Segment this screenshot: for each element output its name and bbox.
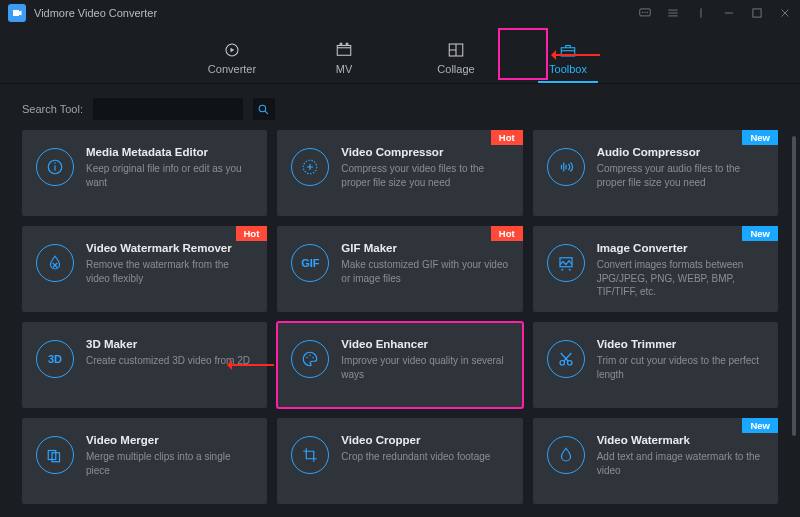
search-button[interactable] <box>253 98 275 120</box>
tool-title: Audio Compressor <box>597 146 764 158</box>
tool-title: Video Cropper <box>341 434 508 446</box>
tools-scroll-area: Media Metadata EditorKeep original file … <box>0 130 800 517</box>
annotation-highlight-box <box>498 28 548 80</box>
feedback-icon[interactable] <box>638 6 652 20</box>
svg-point-2 <box>645 12 646 13</box>
drop-x-icon <box>36 244 74 282</box>
tool-card-body: Video Watermark RemoverRemove the waterm… <box>86 242 253 298</box>
tool-title: Video Watermark <box>597 434 764 446</box>
3d-icon: 3D <box>36 340 74 378</box>
nav-mv[interactable]: MV <box>314 41 374 83</box>
annotation-arrow-enhancer <box>230 364 274 366</box>
audio-compress-icon <box>547 148 585 186</box>
scrollbar-thumb[interactable] <box>792 136 796 436</box>
tool-description: Compress your video files to the proper … <box>341 162 508 189</box>
tool-description: Trim or cut your videos to the perfect l… <box>597 354 764 381</box>
tool-description: Improve your video quality in several wa… <box>341 354 508 381</box>
tool-title: Image Converter <box>597 242 764 254</box>
svg-point-11 <box>260 105 267 112</box>
tool-card-body: Video CompressorCompress your video file… <box>341 146 508 202</box>
tool-title: Video Compressor <box>341 146 508 158</box>
tool-card-body: Video TrimmerTrim or cut your videos to … <box>597 338 764 394</box>
badge-hot: Hot <box>236 226 268 241</box>
tool-card-body: Video EnhancerImprove your video quality… <box>341 338 508 394</box>
maximize-button[interactable] <box>750 6 764 20</box>
tools-grid: Media Metadata EditorKeep original file … <box>22 130 778 504</box>
tool-card-body: Media Metadata EditorKeep original file … <box>86 146 253 202</box>
svg-rect-6 <box>337 46 351 56</box>
tool-card-video-merger[interactable]: Video MergerMerge multiple clips into a … <box>22 418 267 504</box>
nav-collage[interactable]: Collage <box>426 41 486 83</box>
collage-icon <box>446 41 466 59</box>
tool-title: Video Trimmer <box>597 338 764 350</box>
tool-title: Video Watermark Remover <box>86 242 253 254</box>
nav-converter[interactable]: Converter <box>202 41 262 83</box>
tool-card-body: Audio CompressorCompress your audio file… <box>597 146 764 202</box>
badge-new: New <box>742 418 778 433</box>
tool-card-audio-compressor[interactable]: Audio CompressorCompress your audio file… <box>533 130 778 216</box>
divider-icon <box>694 6 708 20</box>
tool-card-video-enhancer[interactable]: Video EnhancerImprove your video quality… <box>277 322 522 408</box>
svg-point-3 <box>647 12 648 13</box>
tool-card-image-converter[interactable]: Image ConverterConvert images formats be… <box>533 226 778 312</box>
close-button[interactable] <box>778 6 792 20</box>
nav-label: MV <box>336 63 353 75</box>
title-bar: Vidmore Video Converter <box>0 0 800 26</box>
tool-card-video-cropper[interactable]: Video CropperCrop the redundant video fo… <box>277 418 522 504</box>
tool-card-body: Image ConverterConvert images formats be… <box>597 242 764 298</box>
scissors-icon <box>547 340 585 378</box>
svg-point-1 <box>642 12 643 13</box>
merge-icon <box>36 436 74 474</box>
search-input[interactable] <box>93 98 243 120</box>
nav-label: Toolbox <box>549 63 587 75</box>
menu-icon[interactable] <box>666 6 680 20</box>
nav-label: Converter <box>208 63 256 75</box>
tool-card-video-watermark-remover[interactable]: Video Watermark RemoverRemove the waterm… <box>22 226 267 312</box>
search-icon <box>257 103 270 116</box>
app-logo-icon <box>8 4 26 22</box>
app-title: Vidmore Video Converter <box>34 7 157 19</box>
annotation-arrow-toolbox <box>554 54 600 56</box>
tool-card-gif-maker[interactable]: GIFGIF MakerMake customized GIF with you… <box>277 226 522 312</box>
info-icon <box>36 148 74 186</box>
tool-card-body: GIF MakerMake customized GIF with your v… <box>341 242 508 298</box>
img-convert-icon <box>547 244 585 282</box>
tool-card-body: Video CropperCrop the redundant video fo… <box>341 434 508 490</box>
tool-title: GIF Maker <box>341 242 508 254</box>
tool-title: Video Enhancer <box>341 338 508 350</box>
tool-description: Remove the watermark from the video flex… <box>86 258 253 285</box>
converter-icon <box>222 41 242 59</box>
tool-description: Add text and image watermark to the vide… <box>597 450 764 477</box>
tool-card-video-watermark[interactable]: Video WatermarkAdd text and image waterm… <box>533 418 778 504</box>
tool-card-body: Video MergerMerge multiple clips into a … <box>86 434 253 490</box>
nav-label: Collage <box>437 63 474 75</box>
toolbox-icon <box>558 41 578 59</box>
badge-new: New <box>742 130 778 145</box>
tool-description: Compress your audio files to the proper … <box>597 162 764 189</box>
badge-hot: Hot <box>491 226 523 241</box>
search-label: Search Tool: <box>22 103 83 115</box>
tool-card-video-trimmer[interactable]: Video TrimmerTrim or cut your videos to … <box>533 322 778 408</box>
palette-icon <box>291 340 329 378</box>
svg-point-8 <box>346 43 348 45</box>
tool-card-body: Video WatermarkAdd text and image waterm… <box>597 434 764 490</box>
main-nav: Converter MV Collage Toolbox <box>0 26 800 84</box>
badge-hot: Hot <box>491 130 523 145</box>
tool-title: Video Merger <box>86 434 253 446</box>
tool-description: Merge multiple clips into a single piece <box>86 450 253 477</box>
minimize-button[interactable] <box>722 6 736 20</box>
tool-description: Keep original file info or edit as you w… <box>86 162 253 189</box>
search-row: Search Tool: <box>0 84 800 130</box>
mv-icon <box>334 41 354 59</box>
tool-description: Make customized GIF with your video or i… <box>341 258 508 285</box>
crop-icon <box>291 436 329 474</box>
tool-title: Media Metadata Editor <box>86 146 253 158</box>
drop-icon <box>547 436 585 474</box>
svg-point-7 <box>340 43 342 45</box>
tool-card-video-compressor[interactable]: Video CompressorCompress your video file… <box>277 130 522 216</box>
window-buttons <box>638 6 792 20</box>
tool-description: Crop the redundant video footage <box>341 450 508 464</box>
tool-card-media-metadata-editor[interactable]: Media Metadata EditorKeep original file … <box>22 130 267 216</box>
gif-icon: GIF <box>291 244 329 282</box>
compress-icon <box>291 148 329 186</box>
